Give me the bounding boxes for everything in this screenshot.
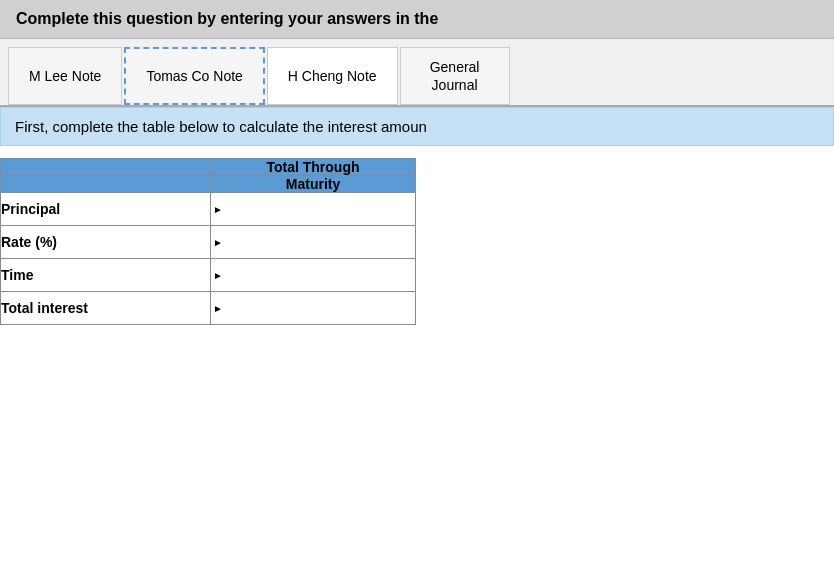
page-header: Complete this question by entering your … — [0, 0, 834, 39]
principal-cell[interactable]: ► — [211, 193, 416, 226]
instruction-text: First, complete the table below to calcu… — [0, 107, 834, 146]
table-row: Rate (%) ► — [1, 226, 416, 259]
table-row: Time ► — [1, 259, 416, 292]
rate-input[interactable] — [211, 226, 415, 258]
rate-cell[interactable]: ► — [211, 226, 416, 259]
tab-general-journal[interactable]: GeneralJournal — [400, 47, 510, 105]
tab-m-lee-note[interactable]: M Lee Note — [8, 47, 122, 105]
time-input[interactable] — [211, 259, 415, 291]
arrow-icon: ► — [213, 204, 223, 215]
table-section: Total Through Maturity Principal ► Rate … — [0, 158, 834, 325]
total-interest-cell[interactable]: ► — [211, 292, 416, 325]
row-label-rate: Rate (%) — [1, 226, 211, 259]
interest-table: Total Through Maturity Principal ► Rate … — [0, 158, 416, 325]
arrow-icon: ► — [213, 237, 223, 248]
total-interest-input[interactable] — [211, 292, 415, 324]
tabs-container: M Lee Note Tomas Co Note H Cheng Note Ge… — [0, 39, 834, 107]
principal-input[interactable] — [211, 193, 415, 225]
row-label-principal: Principal — [1, 193, 211, 226]
arrow-icon: ► — [213, 303, 223, 314]
row-label-time: Time — [1, 259, 211, 292]
tab-tomas-co-note[interactable]: Tomas Co Note — [124, 47, 264, 105]
table-row: Principal ► — [1, 193, 416, 226]
arrow-icon: ► — [213, 270, 223, 281]
row-label-total-interest: Total interest — [1, 292, 211, 325]
table-row: Total interest ► — [1, 292, 416, 325]
col-header-maturity: Maturity — [211, 176, 416, 193]
tab-h-cheng-note[interactable]: H Cheng Note — [267, 47, 398, 105]
col-header-total-through: Total Through — [211, 159, 416, 176]
time-cell[interactable]: ► — [211, 259, 416, 292]
